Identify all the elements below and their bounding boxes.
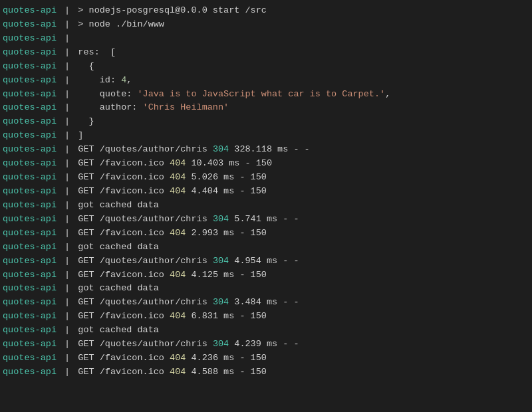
http-method: GET: [78, 310, 99, 324]
log-line: quotes-api | GET /favicon.ico 404 4.404 …: [0, 185, 532, 199]
http-status: 404: [170, 310, 186, 324]
http-timing: 4.236 ms - 150: [186, 352, 267, 365]
http-route: /favicon.ico: [100, 268, 170, 282]
log-prefix: quotes-api: [3, 365, 57, 379]
log-pipe: |: [59, 129, 75, 143]
log-line: quotes-api | got cached data: [0, 282, 532, 296]
log-pipe: |: [59, 185, 75, 199]
http-route: /favicon.ico: [100, 310, 170, 324]
log-pipe: |: [59, 74, 75, 88]
log-plain: res: [: [78, 46, 116, 60]
http-route: /favicon.ico: [100, 157, 170, 171]
log-line: quotes-api | {: [0, 60, 532, 74]
log-line: quotes-api | got cached data: [0, 324, 532, 338]
log-prefix: quotes-api: [3, 32, 57, 46]
http-timing: 4.404 ms - 150: [186, 185, 267, 199]
http-method: GET: [78, 185, 99, 199]
log-pipe: |: [59, 199, 75, 213]
http-status: 304: [213, 213, 229, 227]
log-prefix: quotes-api: [3, 18, 57, 32]
log-prefix: quotes-api: [3, 101, 57, 115]
log-line: quotes-api | }: [0, 115, 532, 129]
log-plain: }: [78, 115, 94, 129]
log-pipe: |: [59, 310, 75, 324]
http-timing: 328.118 ms - -: [229, 143, 310, 157]
log-line: quotes-api | got cached data: [0, 199, 532, 213]
log-line: quotes-api | quote: 'Java is to JavaScri…: [0, 88, 532, 102]
log-plain: {: [78, 60, 94, 74]
log-line: quotes-api | > nodejs-posgresql@0.0.0 st…: [0, 4, 532, 18]
log-prefix: quotes-api: [3, 185, 57, 199]
log-line: quotes-api | GET /favicon.ico 404 6.831 …: [0, 310, 532, 324]
log-line: quotes-api | GET /quotes/author/chris 30…: [0, 255, 532, 268]
log-pipe: |: [59, 60, 75, 74]
http-timing: 4.588 ms - 150: [186, 365, 267, 379]
log-line: quotes-api | > node ./bin/www: [0, 18, 532, 32]
log-pipe: |: [59, 115, 75, 129]
log-prefix: quotes-api: [3, 199, 57, 213]
http-method: GET: [78, 213, 99, 227]
log-prefix: quotes-api: [3, 227, 57, 241]
log-pipe: |: [59, 213, 75, 227]
terminal-output: quotes-api | > nodejs-posgresql@0.0.0 st…: [0, 0, 532, 412]
log-pipe: |: [59, 88, 75, 102]
http-method: GET: [78, 338, 99, 352]
log-line: quotes-api | GET /quotes/author/chris 30…: [0, 338, 532, 352]
log-line: quotes-api | GET /favicon.ico 404 5.026 …: [0, 171, 532, 185]
log-pipe: |: [59, 227, 75, 241]
http-route: /favicon.ico: [100, 352, 170, 365]
log-pipe: |: [59, 241, 75, 255]
log-line: quotes-api | author: 'Chris Heilmann': [0, 101, 532, 115]
http-status: 404: [170, 227, 186, 241]
log-plain: id:: [78, 74, 121, 88]
http-status: 304: [213, 143, 229, 157]
log-pipe: |: [59, 324, 75, 338]
log-plain: got cached data: [78, 324, 159, 338]
http-method: GET: [78, 227, 99, 241]
http-timing: 2.993 ms - 150: [186, 227, 267, 241]
log-prefix: quotes-api: [3, 60, 57, 74]
http-route: /quotes/author/chris: [100, 213, 213, 227]
log-pipe: |: [59, 171, 75, 185]
http-timing: 4.954 ms - -: [229, 255, 299, 268]
log-pipe: |: [59, 143, 75, 157]
log-pipe: |: [59, 255, 75, 268]
log-plain: ,: [385, 88, 390, 102]
http-route: /favicon.ico: [100, 227, 170, 241]
log-line: quotes-api | GET /quotes/author/chris 30…: [0, 296, 532, 310]
http-method: GET: [78, 255, 99, 268]
log-prefix: quotes-api: [3, 255, 57, 268]
log-line: quotes-api |: [0, 32, 532, 46]
http-method: GET: [78, 171, 99, 185]
log-line: quotes-api | GET /quotes/author/chris 30…: [0, 143, 532, 157]
http-status: 304: [213, 255, 229, 268]
log-string-value: 'Chris Heilmann': [143, 101, 229, 115]
log-plain: got cached data: [78, 282, 159, 296]
log-prefix: quotes-api: [3, 296, 57, 310]
log-prefix: quotes-api: [3, 324, 57, 338]
log-line: quotes-api | id: 4,: [0, 74, 532, 88]
http-status: 404: [170, 171, 186, 185]
log-pipe: |: [59, 338, 75, 352]
log-line: quotes-api | res: [: [0, 46, 532, 60]
http-route: /quotes/author/chris: [100, 143, 213, 157]
log-line: quotes-api | GET /favicon.ico 404 2.993 …: [0, 227, 532, 241]
log-pipe: |: [59, 282, 75, 296]
log-pipe: |: [59, 101, 75, 115]
http-timing: 3.484 ms - -: [229, 296, 299, 310]
http-route: /favicon.ico: [100, 171, 170, 185]
log-pipe: |: [59, 157, 75, 171]
log-pipe: |: [59, 46, 75, 60]
log-pipe: |: [59, 352, 75, 365]
log-line: quotes-api | GET /favicon.ico 404 10.403…: [0, 157, 532, 171]
http-status: 304: [213, 338, 229, 352]
log-pipe: |: [59, 18, 75, 32]
http-route: /quotes/author/chris: [100, 255, 213, 268]
log-line: quotes-api | ]: [0, 129, 532, 143]
http-method: GET: [78, 268, 99, 282]
log-number-value: 4: [121, 74, 126, 88]
log-pipe: |: [59, 4, 75, 18]
log-prefix: quotes-api: [3, 157, 57, 171]
http-status: 404: [170, 365, 186, 379]
http-timing: 4.125 ms - 150: [186, 268, 267, 282]
